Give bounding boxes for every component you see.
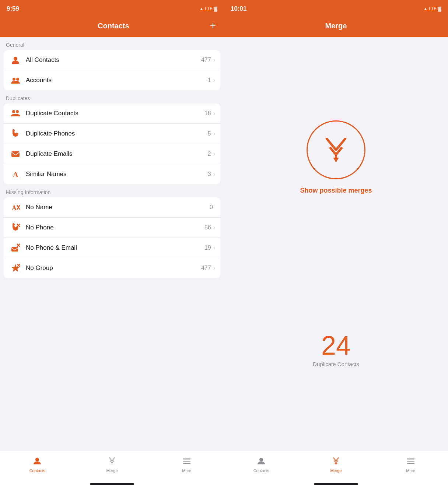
- svg-rect-21: [183, 461, 190, 462]
- duplicate-contacts-count: 18: [204, 110, 211, 117]
- duplicate-emails-item[interactable]: Duplicate Emails 2 ›: [4, 144, 220, 164]
- right-merge-icon: [331, 456, 341, 467]
- svg-rect-22: [183, 463, 190, 464]
- left-tab-merge[interactable]: Merge: [75, 451, 150, 474]
- duplicate-phones-label: Duplicate Phones: [26, 130, 208, 137]
- accounts-chevron: ›: [213, 77, 215, 84]
- add-contact-button[interactable]: +: [209, 21, 217, 31]
- merge-tab-icon: [107, 456, 117, 467]
- svg-point-0: [14, 57, 17, 60]
- right-status-icons: ▲ LTE ▓: [423, 6, 441, 11]
- left-status-icons: ▲ LTE ▓: [199, 6, 217, 11]
- left-tab-more[interactable]: More: [149, 451, 224, 474]
- signal-icon: ▲ LTE: [199, 6, 213, 11]
- right-panel: 10:01 ▲ LTE ▓ Merge Show possible merges: [224, 0, 448, 485]
- svg-rect-29: [407, 461, 414, 462]
- right-contacts-tab-label: Contacts: [253, 468, 269, 473]
- left-time: 9:59: [7, 5, 19, 13]
- right-status-bar: 10:01 ▲ LTE ▓: [224, 0, 448, 16]
- duplicate-emails-chevron: ›: [213, 151, 215, 157]
- svg-rect-30: [407, 463, 414, 464]
- all-contacts-icon: [9, 55, 22, 65]
- left-panel: 9:59 ▲ LTE ▓ Contacts + General All Cont…: [0, 0, 224, 485]
- accounts-count: 1: [208, 77, 211, 84]
- accounts-item[interactable]: Accounts 1 ›: [4, 70, 220, 90]
- svg-point-4: [16, 110, 19, 113]
- left-header: Contacts +: [0, 16, 224, 37]
- no-phone-count: 56: [204, 224, 211, 231]
- show-merges-button[interactable]: Show possible merges: [300, 187, 372, 194]
- no-phone-chevron: ›: [213, 224, 215, 231]
- duplicate-emails-icon: [9, 149, 22, 159]
- no-group-item[interactable]: No Group 477 ›: [4, 258, 220, 278]
- merge-title: Merge: [325, 22, 347, 30]
- merge-circle: [307, 120, 365, 179]
- no-phone-email-chevron: ›: [213, 245, 215, 251]
- no-phone-email-icon: [9, 243, 22, 253]
- no-name-label: No Name: [26, 204, 210, 211]
- right-time: 10:01: [231, 5, 246, 13]
- duplicates-section-label: Duplicates: [0, 90, 224, 103]
- svg-point-2: [16, 78, 19, 81]
- svg-marker-24: [333, 158, 339, 162]
- contacts-tab-icon: [32, 456, 42, 467]
- no-group-chevron: ›: [213, 265, 215, 271]
- duplicate-contacts-item[interactable]: Duplicate Contacts 18 ›: [4, 103, 220, 124]
- similar-names-icon: A: [9, 169, 22, 179]
- merge-icon-section: Show possible merges: [300, 120, 372, 194]
- duplicate-count-section: 24 Duplicate Contacts: [313, 332, 359, 367]
- right-battery-icon: ▓: [438, 6, 441, 11]
- left-merge-tab-label: Merge: [106, 468, 118, 473]
- right-tab-contacts[interactable]: Contacts: [224, 451, 299, 474]
- right-header: Merge: [224, 16, 448, 37]
- svg-rect-20: [183, 458, 190, 460]
- missing-section-label: Missing Information: [0, 184, 224, 197]
- more-tab-icon: [182, 456, 192, 467]
- right-more-tab-label: More: [406, 468, 415, 473]
- similar-names-item[interactable]: A Similar Names 3 ›: [4, 164, 220, 184]
- right-more-icon: [406, 456, 416, 467]
- contacts-title: Contacts: [18, 22, 209, 30]
- right-tab-merge[interactable]: Merge: [299, 451, 374, 474]
- home-indicator: [90, 483, 134, 485]
- accounts-label: Accounts: [26, 77, 208, 84]
- no-phone-email-label: No Phone & Email: [26, 244, 204, 252]
- no-name-count: 0: [210, 204, 213, 211]
- no-phone-email-item[interactable]: No Phone & Email 19 ›: [4, 238, 220, 258]
- right-tab-bar: Contacts Merge: [224, 451, 448, 481]
- svg-point-1: [13, 78, 15, 81]
- duplicate-contacts-chevron: ›: [213, 110, 215, 117]
- duplicate-contacts-icon: [9, 108, 22, 119]
- duplicate-phones-count: 5: [208, 130, 211, 137]
- duplicate-phones-item[interactable]: Duplicate Phones 5 ›: [4, 124, 220, 144]
- all-contacts-item[interactable]: All Contacts 477 ›: [4, 50, 220, 70]
- duplicate-emails-count: 2: [208, 151, 211, 157]
- left-tab-contacts[interactable]: Contacts: [0, 451, 75, 474]
- duplicate-contacts-label: Duplicate Contacts: [26, 110, 204, 117]
- duplicate-phones-chevron: ›: [213, 130, 215, 137]
- svg-rect-5: [11, 151, 20, 157]
- left-scroll-content: General All Contacts 477 ›: [0, 37, 224, 451]
- no-name-item[interactable]: A No Name 0: [4, 197, 220, 218]
- svg-rect-28: [407, 458, 414, 460]
- all-contacts-count: 477: [201, 57, 211, 63]
- similar-names-count: 3: [208, 171, 211, 178]
- right-tab-more[interactable]: More: [373, 451, 448, 474]
- general-list: All Contacts 477 › Accounts 1 ›: [4, 50, 220, 90]
- svg-point-25: [259, 458, 263, 461]
- general-section-label: General: [0, 37, 224, 50]
- svg-text:A: A: [13, 171, 18, 179]
- right-signal-icon: ▲ LTE: [423, 6, 437, 11]
- right-merge-tab-label: Merge: [330, 468, 342, 473]
- right-contacts-icon: [256, 456, 266, 467]
- duplicate-contacts-label: Duplicate Contacts: [313, 361, 359, 367]
- svg-point-3: [12, 110, 15, 113]
- right-home-indicator: [314, 483, 358, 485]
- duplicate-emails-label: Duplicate Emails: [26, 150, 208, 158]
- no-group-count: 477: [201, 265, 211, 271]
- svg-text:A: A: [12, 204, 17, 212]
- no-phone-icon: [9, 222, 22, 233]
- left-status-bar: 9:59 ▲ LTE ▓: [0, 0, 224, 16]
- no-group-label: No Group: [26, 264, 201, 272]
- no-phone-item[interactable]: No Phone 56 ›: [4, 218, 220, 238]
